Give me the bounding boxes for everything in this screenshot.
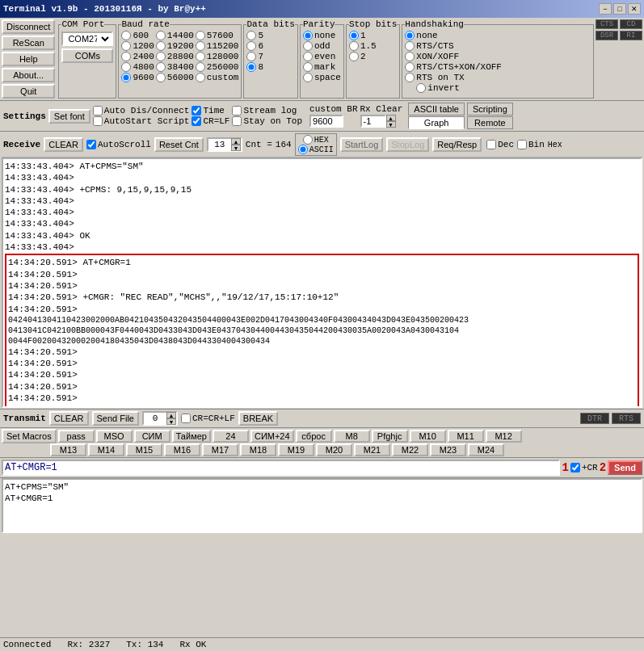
- macro-m15[interactable]: M15: [126, 443, 162, 456]
- set-macros-button[interactable]: Set Macros: [2, 429, 57, 443]
- time-check[interactable]: Time: [192, 106, 229, 116]
- cr-check[interactable]: +CR: [570, 463, 598, 472]
- stop-1.5[interactable]: 1.5: [349, 41, 397, 51]
- hs-invert[interactable]: invert: [416, 83, 591, 93]
- transmit-up[interactable]: ▲: [166, 412, 176, 418]
- hs-rtson[interactable]: RTS on TX: [405, 73, 591, 82]
- parity-mark[interactable]: mark: [303, 62, 341, 72]
- parity-none[interactable]: none: [303, 31, 341, 40]
- remote-button[interactable]: Remote: [467, 116, 513, 129]
- command-input[interactable]: [2, 460, 560, 476]
- stream-log-check[interactable]: Stream log: [232, 106, 302, 116]
- dec-check[interactable]: Dec: [486, 140, 514, 149]
- macro-m23[interactable]: M23: [430, 443, 466, 456]
- baud-2400[interactable]: 2400: [121, 52, 154, 61]
- stop-1[interactable]: 1: [349, 31, 397, 40]
- macro-sim24[interactable]: СИМ+24: [250, 430, 294, 443]
- receive-clear-button[interactable]: CLEAR: [44, 137, 83, 152]
- parity-odd[interactable]: odd: [303, 41, 341, 51]
- ascii-table-button[interactable]: ASCII table: [408, 103, 465, 116]
- baud-115200[interactable]: 115200: [196, 41, 239, 51]
- baud-9600[interactable]: 9600: [121, 73, 154, 82]
- set-font-button[interactable]: Set font: [48, 109, 90, 124]
- about-button[interactable]: About...: [2, 68, 55, 82]
- close-button[interactable]: ✕: [628, 3, 641, 15]
- data-7[interactable]: 7: [246, 52, 294, 61]
- break-button[interactable]: BREAK: [238, 411, 278, 426]
- macro-m18[interactable]: M18: [240, 443, 276, 456]
- rescan-button[interactable]: ReScan: [2, 36, 55, 50]
- stop-log-button[interactable]: StopLog: [386, 137, 429, 152]
- macro-m12[interactable]: M12: [486, 430, 522, 443]
- macro-pfghjc[interactable]: Pfghjc: [372, 430, 408, 443]
- parity-space[interactable]: space: [303, 73, 341, 82]
- macro-sim[interactable]: СИМ: [134, 430, 170, 443]
- graph-button[interactable]: Graph: [408, 116, 465, 129]
- macro-m20[interactable]: M20: [316, 443, 352, 456]
- macro-m24[interactable]: M24: [468, 443, 504, 456]
- macro-m19[interactable]: M19: [278, 443, 314, 456]
- baud-128000[interactable]: 128000: [196, 52, 239, 61]
- baud-19200[interactable]: 19200: [156, 41, 194, 51]
- data-8[interactable]: 8: [246, 62, 294, 72]
- disconnect-button[interactable]: Disconnect: [2, 19, 55, 34]
- hs-xon[interactable]: XON/XOFF: [405, 52, 591, 61]
- macro-24[interactable]: 24: [213, 430, 249, 443]
- rx-clear-down[interactable]: ▼: [386, 121, 396, 128]
- macro-m14[interactable]: M14: [88, 443, 124, 456]
- parity-even[interactable]: even: [303, 52, 341, 61]
- minimize-button[interactable]: −: [599, 3, 612, 15]
- hex-radio[interactable]: HEX: [303, 135, 329, 145]
- custom-br-input[interactable]: 9600: [309, 115, 343, 128]
- start-log-button[interactable]: StartLog: [340, 137, 384, 152]
- rx-clear-up[interactable]: ▲: [386, 115, 396, 121]
- hs-none[interactable]: none: [405, 31, 591, 40]
- bottom-log[interactable]: AT+CPMS="SM" AT+CMGR=1: [2, 478, 642, 533]
- stay-on-top-check[interactable]: Stay on Top: [232, 116, 302, 126]
- scripting-button[interactable]: Scripting: [467, 103, 513, 116]
- auto-dis-connect-check[interactable]: Auto Dis/Connect: [93, 106, 190, 116]
- hs-rtsxon[interactable]: RTS/CTS+XON/XOFF: [405, 62, 591, 72]
- macro-m22[interactable]: M22: [392, 443, 428, 456]
- cnt-down[interactable]: ▼: [231, 145, 241, 151]
- rx-clear-spinner[interactable]: ▲ ▼: [386, 115, 396, 128]
- data-5[interactable]: 5: [246, 31, 294, 40]
- baud-1200[interactable]: 1200: [121, 41, 154, 51]
- crlf-check[interactable]: CR=LF: [192, 116, 229, 126]
- baud-14400[interactable]: 14400: [156, 31, 194, 40]
- cnt-up[interactable]: ▲: [231, 138, 241, 145]
- baud-custom[interactable]: custom: [196, 73, 239, 82]
- baud-600[interactable]: 600: [121, 31, 154, 40]
- macro-m11[interactable]: M11: [448, 430, 484, 443]
- send-button[interactable]: Send: [608, 460, 642, 475]
- transmit-down[interactable]: ▼: [166, 418, 176, 425]
- reset-cnt-button[interactable]: Reset Cnt: [154, 137, 204, 152]
- macro-timer[interactable]: Таймер: [172, 430, 211, 443]
- send-file-button[interactable]: Send File: [92, 411, 139, 426]
- baud-57600[interactable]: 57600: [196, 31, 239, 40]
- com-port-select[interactable]: COM27: [61, 32, 113, 46]
- hs-rtscts[interactable]: RTS/CTS: [405, 41, 591, 51]
- macro-m17[interactable]: M17: [202, 443, 238, 456]
- req-resp-button[interactable]: Req/Resp: [432, 137, 482, 152]
- macro-m21[interactable]: M21: [354, 443, 390, 456]
- cnt-spinner-btns[interactable]: ▲ ▼: [231, 138, 241, 151]
- bin-check[interactable]: Bin: [517, 140, 545, 149]
- baud-256000[interactable]: 256000: [196, 62, 239, 72]
- baud-28800[interactable]: 28800: [156, 52, 194, 61]
- ascii-radio[interactable]: ASCII: [298, 145, 334, 154]
- transmit-clear-button[interactable]: CLEAR: [49, 411, 89, 426]
- macro-m8[interactable]: M8: [334, 430, 370, 443]
- rx-clear-input[interactable]: [360, 115, 386, 128]
- macro-m13[interactable]: M13: [50, 443, 86, 456]
- autoscroll-check[interactable]: AutoScroll: [86, 140, 151, 149]
- maximize-button[interactable]: □: [613, 3, 626, 15]
- stop-2[interactable]: 2: [349, 52, 397, 61]
- macro-pass[interactable]: pass: [58, 430, 95, 443]
- transmit-spinner-btns[interactable]: ▲ ▼: [166, 412, 176, 425]
- macro-m10[interactable]: M10: [410, 430, 446, 443]
- baud-4800[interactable]: 4800: [121, 62, 154, 72]
- data-6[interactable]: 6: [246, 41, 294, 51]
- baud-56000[interactable]: 56000: [156, 73, 194, 82]
- coms-button[interactable]: COMs: [61, 48, 113, 63]
